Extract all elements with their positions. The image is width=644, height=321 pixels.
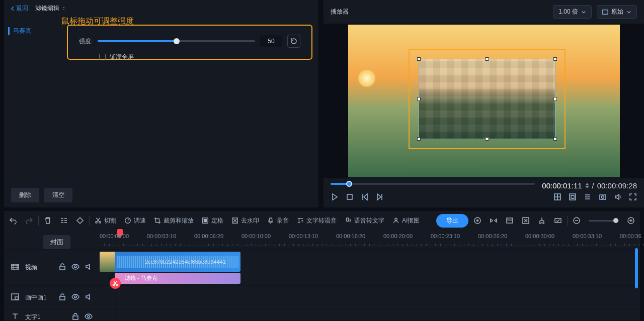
video-clip[interactable]: 2ce876b2242d54cf65be8d34441 [100, 252, 240, 272]
speed-dropdown[interactable]: 1.00 倍 [553, 5, 592, 19]
text-lock-icon[interactable] [71, 312, 79, 321]
video-track-icon [11, 263, 19, 272]
fullscreen-label: 铺满全屏 [110, 53, 134, 61]
cut-tool[interactable]: 切割 [95, 217, 116, 225]
freeze-tool[interactable]: 定格 [202, 217, 223, 225]
resize-handle-br[interactable] [553, 137, 557, 141]
pip-mute-icon[interactable] [85, 293, 93, 302]
svg-rect-13 [269, 218, 272, 222]
stop-button[interactable] [346, 193, 354, 202]
safe-zone-icon[interactable] [569, 193, 577, 202]
svg-rect-32 [73, 316, 78, 319]
track-pip: 画中画1 [4, 285, 640, 309]
fullscreen-icon[interactable] [629, 193, 637, 202]
speed-tool[interactable]: 调速 [124, 217, 146, 225]
fullscreen-checkbox[interactable] [99, 54, 106, 60]
video-visible-icon[interactable] [71, 263, 79, 272]
intensity-slider[interactable] [98, 40, 255, 42]
tab-mosaic[interactable]: 马赛克 [4, 23, 67, 39]
resize-handle-mr[interactable] [553, 97, 557, 101]
video-lock-icon[interactable] [58, 263, 66, 272]
ruler-tick: 00:00:13:10 [289, 233, 318, 239]
redo-button[interactable] [25, 217, 33, 225]
ruler-tick: 00:00:30:00 [525, 233, 554, 239]
filter-edit-panel: 返回 滤镜编辑 ： 鼠标拖动可调整强度 马赛克 强度: 50 [4, 0, 318, 207]
text-visible-icon[interactable] [85, 312, 93, 321]
play-button[interactable] [331, 193, 339, 202]
resize-handle-bm[interactable] [485, 137, 489, 141]
ruler-tick: 00:00:16:20 [336, 233, 365, 239]
cover-button[interactable]: 封面 [43, 235, 70, 249]
svg-point-8 [99, 222, 101, 224]
resize-handle-tl[interactable] [417, 57, 421, 61]
resize-handle-tm[interactable] [485, 57, 489, 61]
prev-frame-button[interactable] [361, 193, 369, 202]
svg-point-15 [395, 218, 397, 220]
resize-handle-bl[interactable] [417, 137, 421, 141]
tb-extra-6[interactable] [554, 217, 562, 225]
snapshot-icon[interactable] [599, 193, 607, 202]
stt-tool[interactable]: 语音转文字 [345, 217, 384, 225]
intensity-reset-button[interactable] [287, 35, 300, 48]
ruler-tick: 00:00:23:10 [431, 233, 460, 239]
delete-button[interactable]: 删除 [11, 188, 39, 202]
list-icon[interactable] [584, 193, 592, 202]
filter-clip[interactable]: 滤镜 - 马赛克 [115, 273, 240, 284]
svg-point-31 [74, 296, 76, 298]
next-frame-button[interactable] [376, 193, 384, 202]
volume-icon[interactable] [614, 193, 622, 202]
remove-watermark-tool[interactable]: 去水印 [231, 217, 259, 225]
svg-point-17 [477, 220, 478, 222]
back-label: 返回 [16, 4, 28, 13]
panel-title: 滤镜编辑 ： [35, 4, 67, 13]
tb-extra-4[interactable] [522, 217, 530, 225]
back-button[interactable]: 返回 [10, 4, 28, 13]
time-ruler[interactable]: 00:00:00:0000:00:03:1000:00:06:2000:00:1… [100, 230, 640, 246]
svg-point-6 [602, 196, 604, 198]
text-track-icon [11, 312, 19, 321]
tb-extra-3[interactable] [506, 217, 514, 225]
pip-lock-icon[interactable] [58, 293, 66, 302]
delete-clip-button[interactable] [44, 217, 52, 225]
current-time: 00:00:01:11 [542, 181, 582, 190]
video-mute-icon[interactable] [85, 263, 93, 272]
progress-slider[interactable] [331, 183, 535, 185]
split-tracks-button[interactable] [60, 217, 68, 225]
resize-handle-tr[interactable] [553, 57, 557, 61]
timeline-scrollbar[interactable] [635, 248, 638, 313]
video-preview[interactable] [348, 25, 620, 177]
svg-rect-14 [347, 218, 349, 222]
time-stepper[interactable] [585, 183, 589, 188]
intensity-value[interactable]: 50 [260, 35, 282, 47]
keyframe-button[interactable] [76, 217, 84, 225]
tb-extra-5[interactable] [538, 217, 546, 225]
total-time: 00:00:09:28 [597, 181, 637, 190]
crop-tool[interactable]: 裁剪和缩放 [154, 217, 194, 225]
zoom-out-button[interactable] [573, 217, 581, 225]
resize-handle-ml[interactable] [417, 97, 421, 101]
tb-extra-2[interactable] [490, 217, 498, 225]
svg-rect-18 [507, 218, 513, 223]
clear-button[interactable]: 清空 [44, 188, 72, 202]
zoom-in-button[interactable] [627, 217, 635, 225]
svg-rect-29 [15, 297, 18, 299]
export-button[interactable]: 导出 [436, 214, 468, 228]
pip-visible-icon[interactable] [71, 293, 79, 302]
undo-button[interactable] [9, 217, 17, 225]
ruler-tick: 00:00:00:00 [100, 233, 129, 239]
ai-cutout-tool[interactable]: AI抠图 [392, 217, 420, 225]
tts-tool[interactable]: 文字转语音 [297, 217, 337, 225]
svg-rect-11 [204, 219, 206, 222]
zoom-slider[interactable] [589, 220, 619, 222]
pip-track-icon [11, 293, 19, 302]
ruler-tick: 00:00:06:20 [194, 233, 223, 239]
mosaic-selection[interactable] [409, 49, 566, 149]
grid-icon[interactable] [553, 193, 561, 202]
display-mode-dropdown[interactable]: 原始 [597, 5, 637, 19]
record-tool[interactable]: 录音 [267, 217, 289, 225]
track-text: 文字1 [4, 309, 640, 321]
svg-rect-30 [60, 296, 65, 300]
tb-extra-1[interactable] [473, 217, 481, 225]
ruler-tick: 00:00:20:00 [383, 233, 413, 239]
player-panel: 播放器 1.00 倍 原始 [324, 0, 644, 207]
